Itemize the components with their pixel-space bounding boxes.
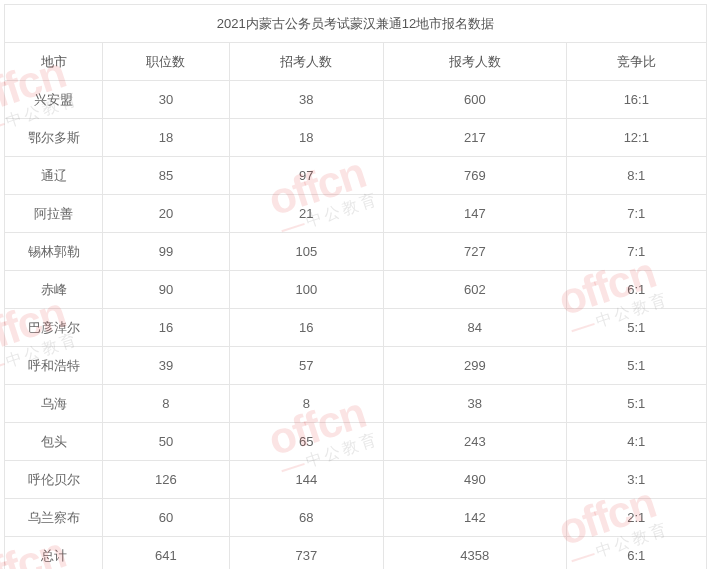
cell: 490 [384,461,567,499]
cell: 18 [229,119,383,157]
cell: 60 [103,499,229,537]
cell: 57 [229,347,383,385]
cell: 呼伦贝尔 [5,461,103,499]
cell: 600 [384,81,567,119]
header-city: 地市 [5,43,103,81]
cell: 乌兰察布 [5,499,103,537]
cell: 602 [384,271,567,309]
cell: 38 [229,81,383,119]
cell: 68 [229,499,383,537]
table-row: 呼和浩特39572995:1 [5,347,707,385]
cell: 3:1 [566,461,706,499]
cell: 4:1 [566,423,706,461]
cell: 通辽 [5,157,103,195]
cell: 99 [103,233,229,271]
cell: 39 [103,347,229,385]
cell: 737 [229,537,383,570]
cell: 144 [229,461,383,499]
cell: 30 [103,81,229,119]
cell: 7:1 [566,195,706,233]
header-positions: 职位数 [103,43,229,81]
cell: 赤峰 [5,271,103,309]
table-row: 包头50652434:1 [5,423,707,461]
cell: 65 [229,423,383,461]
cell: 299 [384,347,567,385]
table-row: 阿拉善20211477:1 [5,195,707,233]
cell: 12:1 [566,119,706,157]
cell: 包头 [5,423,103,461]
cell: 5:1 [566,309,706,347]
cell: 4358 [384,537,567,570]
cell: 16:1 [566,81,706,119]
cell: 锡林郭勒 [5,233,103,271]
cell: 727 [384,233,567,271]
cell: 2:1 [566,499,706,537]
cell: 769 [384,157,567,195]
cell: 乌海 [5,385,103,423]
table-row: 乌兰察布60681422:1 [5,499,707,537]
table-row: 巴彦淖尔1616845:1 [5,309,707,347]
cell: 50 [103,423,229,461]
cell: 6:1 [566,537,706,570]
cell: 巴彦淖尔 [5,309,103,347]
table-row: 赤峰901006026:1 [5,271,707,309]
table-row: 呼伦贝尔1261444903:1 [5,461,707,499]
cell: 147 [384,195,567,233]
table-row: 总计64173743586:1 [5,537,707,570]
header-applicants: 报考人数 [384,43,567,81]
cell: 8:1 [566,157,706,195]
cell: 7:1 [566,233,706,271]
cell: 阿拉善 [5,195,103,233]
cell: 217 [384,119,567,157]
table-row: 通辽85977698:1 [5,157,707,195]
table-container: 2021内蒙古公务员考试蒙汉兼通12地市报名数据 地市 职位数 招考人数 报考人… [0,0,711,569]
cell: 90 [103,271,229,309]
header-ratio: 竞争比 [566,43,706,81]
cell: 38 [384,385,567,423]
cell: 20 [103,195,229,233]
cell: 鄂尔多斯 [5,119,103,157]
header-row: 地市 职位数 招考人数 报考人数 竞争比 [5,43,707,81]
cell: 85 [103,157,229,195]
table-row: 锡林郭勒991057277:1 [5,233,707,271]
header-recruits: 招考人数 [229,43,383,81]
cell: 100 [229,271,383,309]
title-row: 2021内蒙古公务员考试蒙汉兼通12地市报名数据 [5,5,707,43]
table-title: 2021内蒙古公务员考试蒙汉兼通12地市报名数据 [5,5,707,43]
cell: 21 [229,195,383,233]
cell: 呼和浩特 [5,347,103,385]
cell: 142 [384,499,567,537]
data-table: 2021内蒙古公务员考试蒙汉兼通12地市报名数据 地市 职位数 招考人数 报考人… [4,4,707,569]
cell: 5:1 [566,347,706,385]
cell: 16 [103,309,229,347]
cell: 兴安盟 [5,81,103,119]
cell: 18 [103,119,229,157]
cell: 8 [229,385,383,423]
table-row: 兴安盟303860016:1 [5,81,707,119]
table-row: 鄂尔多斯181821712:1 [5,119,707,157]
table-row: 乌海88385:1 [5,385,707,423]
cell: 97 [229,157,383,195]
cell: 16 [229,309,383,347]
cell: 总计 [5,537,103,570]
cell: 6:1 [566,271,706,309]
cell: 5:1 [566,385,706,423]
cell: 84 [384,309,567,347]
cell: 105 [229,233,383,271]
cell: 126 [103,461,229,499]
cell: 243 [384,423,567,461]
cell: 8 [103,385,229,423]
cell: 641 [103,537,229,570]
